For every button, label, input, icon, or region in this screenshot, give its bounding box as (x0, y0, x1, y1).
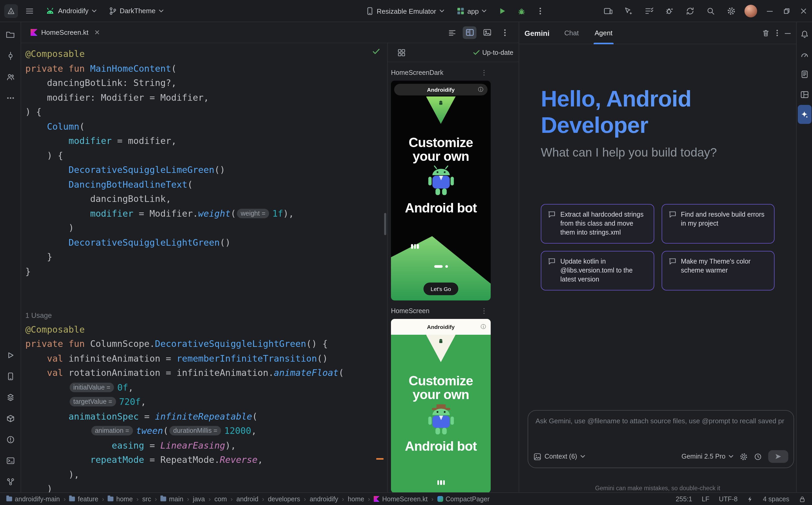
code-line[interactable]: easing = LinearEasing), (25, 438, 387, 453)
suggestion-card[interactable]: Find and resolve build errors in my proj… (661, 204, 775, 243)
build-tool-button[interactable] (2, 408, 19, 429)
running-devices-tool-button[interactable] (2, 366, 19, 386)
delete-conversation-button[interactable] (762, 29, 770, 37)
running-devices-button[interactable] (600, 4, 615, 18)
gemini-options-button[interactable] (776, 29, 778, 37)
model-selector[interactable]: Gemini 2.5 Pro (681, 453, 733, 460)
code-line[interactable]: DancingBotHeadlineText( (25, 177, 387, 192)
breadcrumb-item[interactable]: androidify (310, 495, 338, 503)
terminal-tool-button[interactable] (2, 451, 19, 471)
layout-inspector-tool-button[interactable] (798, 85, 811, 104)
code-line[interactable]: @Composable (25, 47, 387, 61)
project-tool-button[interactable] (2, 25, 19, 45)
caret-position[interactable]: 255:1 (676, 495, 692, 503)
code-line[interactable]: private fun ColumnScope.DecorativeSquigg… (25, 337, 387, 351)
code-line[interactable]: modifier = modifier, (25, 134, 387, 148)
tab-agent[interactable]: Agent (595, 22, 612, 44)
problems-tool-button[interactable] (2, 430, 19, 450)
code-line[interactable]: } (25, 265, 387, 279)
suggestion-card[interactable]: Make my Theme's color scheme warmer (661, 251, 775, 291)
split-view-toggle[interactable] (463, 26, 476, 39)
gemini-tool-button[interactable] (798, 105, 811, 124)
notifications-button[interactable] (798, 25, 811, 44)
commit-tool-button[interactable] (2, 46, 19, 66)
breadcrumb-item[interactable]: main (161, 495, 183, 503)
breadcrumb-item[interactable]: CompactPager (437, 495, 490, 503)
breadcrumb-item[interactable]: home (108, 495, 133, 503)
dependencies-tool-button[interactable] (2, 387, 19, 407)
indent-setting[interactable]: 4 spaces (763, 495, 789, 503)
code-line[interactable]: val infiniteAnimation = rememberInfinite… (25, 351, 387, 366)
build-tasks-button[interactable] (642, 4, 656, 18)
editor-scrollbar[interactable] (384, 213, 386, 235)
gemini-settings-button[interactable] (740, 453, 747, 461)
breadcrumb-item[interactable]: developers (268, 495, 300, 503)
code-view-toggle[interactable] (445, 26, 459, 39)
gemini-prompt-box[interactable]: Context (6) Gemini 2.5 Pro (528, 410, 794, 468)
project-selector[interactable]: Androidify (41, 3, 101, 18)
line-separator[interactable]: LF (702, 495, 709, 503)
code-line[interactable]: ) (25, 221, 387, 235)
code-line[interactable]: Column( (25, 119, 387, 134)
vcs-branch-selector[interactable]: DarkTheme (105, 3, 168, 18)
code-line[interactable]: @Composable (25, 322, 387, 337)
ai-autocomplete-status[interactable] (747, 495, 753, 503)
debug-button[interactable] (514, 4, 529, 18)
settings-button[interactable] (724, 4, 739, 18)
code-line[interactable]: targetValue =720f, (25, 395, 387, 409)
tab-chat[interactable]: Chat (564, 22, 579, 44)
code-line[interactable]: DecorativeSquiggleLimeGreen() (25, 163, 387, 177)
readonly-lock-icon[interactable] (799, 495, 806, 503)
window-restore-button[interactable] (778, 0, 795, 22)
inspection-status-icon[interactable] (372, 48, 380, 55)
code-editor[interactable]: @Composableprivate fun MainHomeContent( … (21, 43, 387, 492)
collaboration-tool-button[interactable] (2, 67, 19, 87)
code-line[interactable]: ) (25, 482, 387, 492)
device-selector[interactable]: Resizable Emulator (362, 4, 448, 18)
preview-menu-light[interactable]: ⋮ (481, 307, 487, 315)
code-line[interactable]: DecorativeSquiggleLightGreen() (25, 235, 387, 250)
code-line[interactable]: repeatMode = RepeatMode.Reverse, (25, 453, 387, 467)
code-line[interactable]: val rotationAnimation = infiniteAnimatio… (25, 366, 387, 380)
history-button[interactable] (754, 453, 762, 461)
code-line[interactable]: ) { (25, 105, 387, 119)
file-encoding[interactable]: UTF-8 (719, 495, 737, 503)
code-line[interactable]: animationSpec = infiniteRepeatable( (25, 409, 387, 424)
code-line[interactable]: private fun MainHomeContent( (25, 61, 387, 76)
code-line[interactable]: initialValue =0f, (25, 380, 387, 395)
lets-go-button[interactable]: Let's Go (423, 283, 459, 295)
tab-close-icon[interactable]: ✕ (94, 28, 100, 36)
phone-preview-dark[interactable]: Androidify ⓘ Customize your own (391, 80, 491, 301)
breadcrumb-item[interactable]: android (236, 495, 258, 503)
phone-preview-light[interactable]: Androidify ⓘ Customize your own (391, 319, 491, 492)
breadcrumb-item[interactable]: HomeScreen.kt (374, 495, 428, 503)
code-line[interactable]: ), (25, 467, 387, 482)
suggestion-card[interactable]: Extract all hardcoded strings from this … (541, 204, 654, 243)
gemini-prompt-input[interactable] (536, 417, 786, 425)
preview-gallery-button[interactable] (394, 45, 409, 60)
code-line[interactable] (25, 279, 387, 293)
window-minimize-button[interactable] (761, 0, 778, 22)
run-tool-button[interactable] (2, 345, 19, 365)
context-selector[interactable]: Context (6) (534, 453, 585, 461)
code-line[interactable]: dancingBotLink: String?, (25, 76, 387, 91)
code-line[interactable]: modifier = Modifier.weight(weight =1f), (25, 206, 387, 221)
more-run-actions-button[interactable] (533, 4, 548, 18)
breadcrumb-item[interactable]: feature (70, 495, 98, 503)
code-line[interactable] (25, 293, 387, 308)
code-line[interactable]: animation =tween(durationMillis =12000, (25, 424, 387, 438)
code-line[interactable]: 1 Usage (25, 308, 387, 322)
breadcrumb-item[interactable]: java (193, 495, 205, 503)
code-line[interactable]: modifier: Modifier = Modifier, (25, 91, 387, 105)
editor-options-button[interactable] (497, 25, 512, 40)
ai-actions-button[interactable] (621, 4, 636, 18)
gradle-sync-button[interactable] (683, 4, 698, 18)
run-configuration-selector[interactable]: app (452, 4, 491, 18)
ai-debug-button[interactable] (662, 4, 677, 18)
suggestion-card[interactable]: Update kotlin in @libs.version.toml to t… (541, 251, 654, 291)
run-button[interactable] (495, 4, 510, 18)
app-insights-tool-button[interactable] (798, 65, 811, 84)
more-tools-button[interactable] (2, 88, 19, 108)
code-line[interactable]: dancingBotLink, (25, 192, 387, 206)
code-line[interactable]: ) { (25, 148, 387, 163)
